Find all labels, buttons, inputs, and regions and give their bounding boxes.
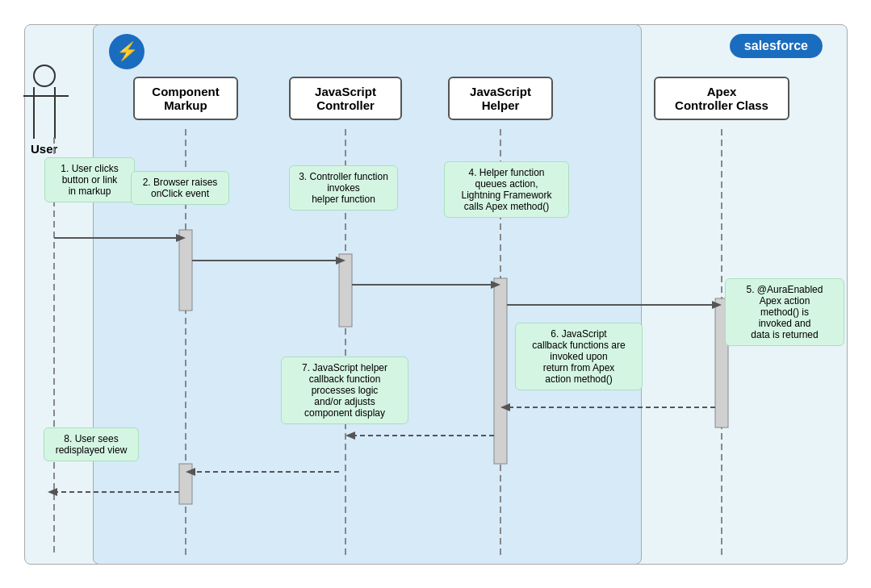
note-2: 2. Browser raisesonClick event <box>131 171 229 205</box>
note-5: 5. @AuraEnabledApex actionmethod() isinv… <box>725 278 844 346</box>
user-figure: User <box>31 65 57 156</box>
user-legs <box>33 116 56 139</box>
note-4: 4. Helper functionqueues action,Lightnin… <box>444 161 569 218</box>
note-7: 7. JavaScript helpercallback functionpro… <box>281 357 408 424</box>
user-head <box>33 65 56 87</box>
diagram-container: ⚡ salesforce User ComponentMarkup JavaSc… <box>0 0 871 588</box>
header-apex: ApexController Class <box>654 77 789 120</box>
lightning-icon: ⚡ <box>109 34 144 69</box>
note-6: 6. JavaScriptcallback functions areinvok… <box>515 323 643 390</box>
user-body <box>33 87 56 116</box>
header-js-controller: JavaScriptController <box>289 77 402 120</box>
user-label: User <box>31 142 57 156</box>
note-1: 1. User clicksbutton or linkin markup <box>44 157 135 202</box>
salesforce-badge: salesforce <box>730 34 823 58</box>
header-markup: ComponentMarkup <box>133 77 238 120</box>
note-8: 8. User seesredisplayed view <box>44 427 139 461</box>
header-js-helper: JavaScriptHelper <box>448 77 553 120</box>
note-3: 3. Controller functioninvokeshelper func… <box>289 165 398 211</box>
